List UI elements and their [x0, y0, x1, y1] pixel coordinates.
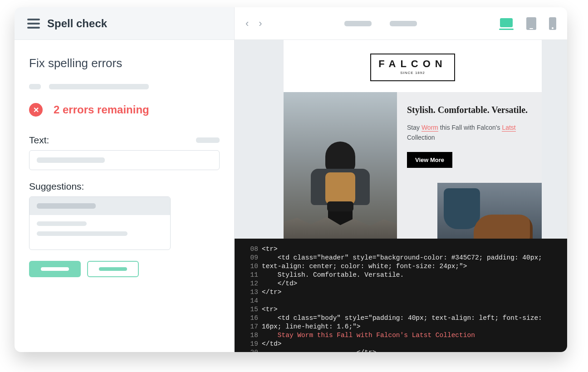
nav-back-icon[interactable]: ‹	[245, 18, 249, 29]
text-field-label: Text:	[29, 135, 220, 146]
spellcheck-panel: Spell check Fix spelling errors ✕ 2 erro…	[15, 7, 235, 352]
suggestions-box[interactable]	[29, 196, 171, 250]
placeholder-row	[29, 84, 220, 89]
placeholder	[37, 157, 105, 163]
spelling-error-1[interactable]: Worm	[421, 124, 438, 132]
hero-image	[284, 92, 397, 246]
device-tablet-icon[interactable]	[526, 17, 536, 30]
code-gutter: 08091011121314151617181920	[235, 245, 262, 352]
toolbar-center	[262, 21, 499, 26]
device-switcher	[499, 17, 556, 30]
error-count: 2 errors remaining	[54, 103, 149, 116]
hero-headline: Stylish. Comfortable. Versatile.	[407, 104, 532, 116]
app-window: Spell check Fix spelling errors ✕ 2 erro…	[15, 7, 567, 352]
primary-button[interactable]	[29, 261, 81, 277]
device-phone-icon[interactable]	[549, 17, 556, 30]
error-icon: ✕	[29, 103, 43, 117]
copy-text: Collection	[407, 134, 435, 141]
text-label-text: Text:	[29, 135, 49, 146]
text-input[interactable]	[29, 150, 220, 170]
error-status: ✕ 2 errors remaining	[29, 103, 220, 117]
hero-content: Stylish. Comfortable. Versatile. Stay Wo…	[397, 92, 542, 246]
suggestions-label: Suggestions:	[29, 181, 220, 192]
panel-header: Spell check	[15, 7, 234, 40]
secondary-button[interactable]	[87, 261, 139, 277]
brand-name: FALCON	[378, 58, 446, 70]
spelling-error-2[interactable]: Latst	[502, 124, 515, 132]
preview-viewport: FALCON SINCE 1892 Stylish. Com	[235, 40, 567, 352]
panel-title: Spell check	[47, 17, 107, 30]
copy-text: this Fall with Falcon's	[438, 124, 502, 131]
panel-heading: Fix spelling errors	[29, 56, 220, 70]
preview-toolbar: ‹ ›	[235, 7, 567, 40]
copy-text: Stay	[407, 124, 421, 131]
device-desktop-icon[interactable]	[499, 18, 514, 30]
placeholder	[390, 21, 417, 26]
action-buttons	[29, 261, 220, 277]
placeholder	[344, 21, 372, 26]
brand-header: FALCON SINCE 1892	[284, 40, 542, 92]
suggestions-body	[29, 215, 170, 250]
secondary-image	[437, 183, 542, 246]
panel-body: Fix spelling errors ✕ 2 errors remaining…	[15, 40, 234, 352]
placeholder	[49, 84, 149, 89]
code-panel: 08091011121314151617181920 <tr> <td clas…	[235, 239, 567, 352]
brand-logo: FALCON SINCE 1892	[370, 54, 455, 81]
placeholder	[29, 84, 41, 89]
placeholder	[196, 137, 220, 143]
preview-panel: ‹ › FALCON SINCE 1892	[235, 7, 567, 352]
nav-forward-icon[interactable]: ›	[259, 18, 262, 29]
cta-button[interactable]: View More	[407, 152, 452, 168]
hero-section: Stylish. Comfortable. Versatile. Stay Wo…	[284, 92, 542, 246]
nav-arrows: ‹ ›	[245, 18, 262, 29]
menu-icon[interactable]	[27, 19, 40, 29]
suggestions-header	[29, 197, 170, 215]
hiker-illustration	[311, 142, 370, 228]
code-content[interactable]: <tr> <td class="header" style="backgroun…	[262, 245, 567, 352]
hero-copy: Stay Worm this Fall with Falcon's Latst …	[407, 122, 532, 143]
brand-tagline: SINCE 1892	[378, 71, 446, 75]
